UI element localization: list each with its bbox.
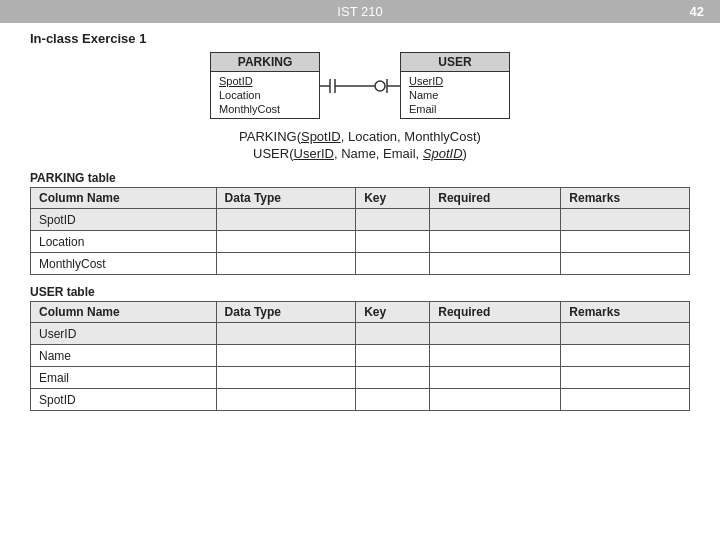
- parking-table-header-row: Column Name Data Type Key Required Remar…: [31, 188, 690, 209]
- schema-parking-prefix: PARKING(: [239, 129, 301, 144]
- parking-entity-attrs: SpotID Location MonthlyCost: [211, 72, 319, 118]
- user-attr-email: Email: [409, 102, 501, 116]
- table-row: Name: [31, 345, 690, 367]
- table-cell: [356, 231, 430, 253]
- header-page: 42: [475, 4, 704, 19]
- user-table-section: USER table Column Name Data Type Key Req…: [30, 285, 690, 411]
- schema-line1: PARKING(SpotID, Location, MonthlyCost): [30, 129, 690, 144]
- table-cell: [356, 323, 430, 345]
- table-cell: [216, 389, 356, 411]
- schema-area: PARKING(SpotID, Location, MonthlyCost) U…: [30, 129, 690, 161]
- col-header-datatype: Data Type: [216, 188, 356, 209]
- user-table-label: USER table: [30, 285, 690, 299]
- header: IST 210 42: [0, 0, 720, 23]
- table-cell: [216, 209, 356, 231]
- user-entity-attrs: UserID Name Email: [401, 72, 509, 118]
- parking-attr-monthlycost: MonthlyCost: [219, 102, 311, 116]
- table-row: Email: [31, 367, 690, 389]
- parking-table-section: PARKING table Column Name Data Type Key …: [30, 171, 690, 275]
- table-cell: [430, 209, 561, 231]
- col-header-name: Column Name: [31, 188, 217, 209]
- user-entity-name: USER: [401, 53, 509, 72]
- table-cell: Location: [31, 231, 217, 253]
- table-row: SpotID: [31, 389, 690, 411]
- table-row: SpotID: [31, 209, 690, 231]
- table-cell: [216, 345, 356, 367]
- schema-user-rest: , Name, Email,: [334, 146, 423, 161]
- parking-entity: PARKING SpotID Location MonthlyCost: [210, 52, 320, 119]
- relationship-connector: [320, 71, 400, 101]
- col-header-key: Key: [356, 302, 430, 323]
- exercise-title: In-class Exercise 1: [30, 31, 690, 46]
- parking-entity-name: PARKING: [211, 53, 319, 72]
- user-attr-userid: UserID: [409, 74, 501, 88]
- table-cell: [216, 231, 356, 253]
- schema-fk-spotid: SpotID: [423, 146, 463, 161]
- parking-table-body: SpotIDLocationMonthlyCost: [31, 209, 690, 275]
- schema-line2: USER(UserID, Name, Email, SpotID): [30, 146, 690, 161]
- table-cell: [356, 253, 430, 275]
- col-header-remarks: Remarks: [561, 188, 690, 209]
- table-row: Location: [31, 231, 690, 253]
- table-cell: [356, 389, 430, 411]
- table-cell: [216, 253, 356, 275]
- table-row: UserID: [31, 323, 690, 345]
- table-row: MonthlyCost: [31, 253, 690, 275]
- col-header-required: Required: [430, 188, 561, 209]
- parking-attr-spotid: SpotID: [219, 74, 311, 88]
- schema-userid: UserID: [294, 146, 334, 161]
- content: In-class Exercise 1 PARKING SpotID Locat…: [0, 23, 720, 421]
- col-header-name: Column Name: [31, 302, 217, 323]
- tables-area: PARKING table Column Name Data Type Key …: [30, 171, 690, 411]
- table-cell: Email: [31, 367, 217, 389]
- diagram-area: PARKING SpotID Location MonthlyCost: [30, 52, 690, 119]
- schema-spotid: SpotID: [301, 129, 341, 144]
- schema-parking-rest: , Location, MonthlyCost): [341, 129, 481, 144]
- table-cell: [430, 231, 561, 253]
- col-header-key: Key: [356, 188, 430, 209]
- schema-user-suffix: ): [463, 146, 467, 161]
- table-cell: SpotID: [31, 209, 217, 231]
- table-cell: [356, 345, 430, 367]
- table-cell: [561, 389, 690, 411]
- parking-table: Column Name Data Type Key Required Remar…: [30, 187, 690, 275]
- header-title: IST 210: [245, 4, 474, 19]
- table-cell: [356, 209, 430, 231]
- table-cell: [430, 345, 561, 367]
- table-cell: [561, 323, 690, 345]
- table-cell: [430, 389, 561, 411]
- relationship-svg: [320, 71, 400, 101]
- table-cell: [561, 345, 690, 367]
- user-entity: USER UserID Name Email: [400, 52, 510, 119]
- svg-point-3: [375, 81, 385, 91]
- parking-table-label: PARKING table: [30, 171, 690, 185]
- table-cell: [430, 323, 561, 345]
- col-header-remarks: Remarks: [561, 302, 690, 323]
- table-cell: SpotID: [31, 389, 217, 411]
- user-table: Column Name Data Type Key Required Remar…: [30, 301, 690, 411]
- table-cell: [561, 367, 690, 389]
- schema-user-prefix: USER(: [253, 146, 293, 161]
- table-cell: MonthlyCost: [31, 253, 217, 275]
- table-cell: [216, 367, 356, 389]
- user-table-body: UserIDNameEmailSpotID: [31, 323, 690, 411]
- table-cell: [216, 323, 356, 345]
- table-cell: [430, 367, 561, 389]
- col-header-required: Required: [430, 302, 561, 323]
- parking-attr-location: Location: [219, 88, 311, 102]
- table-cell: [561, 209, 690, 231]
- user-table-header-row: Column Name Data Type Key Required Remar…: [31, 302, 690, 323]
- table-cell: [561, 253, 690, 275]
- user-attr-name: Name: [409, 88, 501, 102]
- table-cell: Name: [31, 345, 217, 367]
- table-cell: [561, 231, 690, 253]
- table-cell: [430, 253, 561, 275]
- table-cell: [356, 367, 430, 389]
- col-header-datatype: Data Type: [216, 302, 356, 323]
- er-diagram: PARKING SpotID Location MonthlyCost: [210, 52, 510, 119]
- table-cell: UserID: [31, 323, 217, 345]
